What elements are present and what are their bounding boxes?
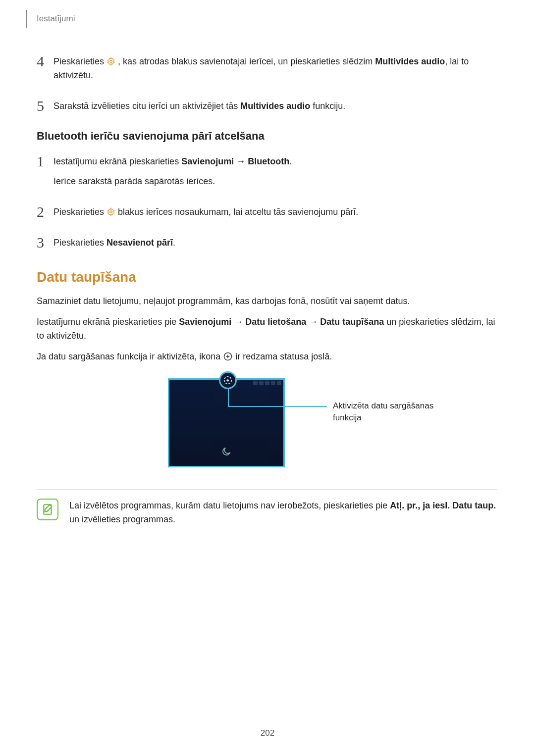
bold-text: Datu taupīšana	[320, 317, 384, 327]
screenshot	[168, 378, 285, 467]
data-saver-badge	[219, 371, 237, 389]
bold-text: Bluetooth	[248, 156, 289, 166]
moon-icon	[221, 446, 232, 459]
svg-point-1	[110, 211, 112, 213]
leader-line	[228, 406, 327, 407]
leader-line	[228, 388, 229, 406]
text: ir redzama statusa joslā.	[235, 352, 332, 361]
text: .	[173, 238, 175, 248]
step-2: 2 Pieskarieties blakus ierīces nosaukuma…	[37, 205, 497, 219]
text: Ja datu sargāšanas funkcija ir aktivizēt…	[37, 352, 223, 361]
text: Iestatījumu ekrānā pieskarieties	[54, 156, 181, 166]
svg-point-0	[110, 60, 112, 63]
figure: Aktivizēta datu sargāšanas funkcija	[37, 370, 497, 474]
data-saver-icon	[223, 352, 233, 361]
note-text: Lai izvēlētos programmas, kurām datu lie…	[58, 499, 497, 526]
step-3: 3 Pieskarieties Nesavienot pārī.	[37, 236, 497, 250]
callout-text: Aktivizēta datu sargāšanas funkcija	[333, 400, 462, 424]
text: Pieskarieties	[54, 56, 107, 66]
page: Iestatījumi 4 Pieskarieties , kas atroda…	[0, 0, 535, 756]
gear-icon	[107, 206, 115, 215]
bold-text: Savienojumi	[179, 317, 231, 327]
text: blakus ierīces nosaukumam, lai atceltu t…	[118, 207, 358, 217]
arrow-text: →	[234, 317, 245, 327]
bold-text: Multivides audio	[240, 101, 310, 111]
content-area: 4 Pieskarieties , kas atrodas blakus sav…	[37, 54, 497, 526]
text: Iestatījumu ekrānā pieskarieties pie	[37, 317, 179, 327]
step-body: Pieskarieties Nesavienot pārī.	[52, 236, 175, 250]
step-4: 4 Pieskarieties , kas atrodas blakus sav…	[37, 54, 497, 82]
paragraph: Ja datu sargāšanas funkcija ir aktivizēt…	[37, 350, 497, 363]
bold-text: Atļ. pr., ja iesl. Datu taup.	[390, 501, 496, 510]
header-section-title: Iestatījumi	[37, 14, 75, 24]
step-body: Sarakstā izvēlieties citu ierīci un akti…	[52, 99, 345, 113]
bold-text: Savienojumi	[181, 156, 234, 166]
step-number: 2	[37, 205, 52, 219]
step-body: Pieskarieties blakus ierīces nosaukumam,…	[52, 205, 358, 219]
heading-data-saver: Datu taupīšana	[37, 269, 497, 285]
step-body: Iestatījumu ekrānā pieskarieties Savieno…	[52, 154, 292, 188]
step-number: 5	[37, 99, 52, 113]
text: .	[289, 156, 292, 166]
note-icon	[37, 499, 58, 520]
text: un izvēlieties programmas.	[69, 514, 175, 524]
paragraph: Samaziniet datu lietojumu, neļaujot prog…	[37, 294, 497, 308]
step-number: 3	[37, 236, 52, 250]
text: Lai izvēlētos programmas, kurām datu lie…	[69, 501, 390, 510]
header-rule	[26, 10, 27, 28]
note-box: Lai izvēlētos programmas, kurām datu lie…	[37, 489, 497, 526]
status-bar-icons	[247, 381, 281, 386]
bold-text: Multivides audio	[375, 56, 445, 66]
step-number: 1	[37, 154, 52, 188]
step-body: Pieskarieties , kas atrodas blakus savie…	[52, 54, 497, 82]
text: Pieskarieties	[54, 207, 107, 217]
text: , kas atrodas blakus savienotajai ierīce…	[118, 56, 375, 66]
text: Sarakstā izvēlieties citu ierīci un akti…	[54, 101, 240, 111]
svg-point-3	[227, 355, 229, 357]
step-1: 1 Iestatījumu ekrānā pieskarieties Savie…	[37, 154, 497, 188]
bold-text: Nesavienot pārī	[107, 238, 173, 248]
gear-icon	[107, 56, 115, 65]
arrow-text: →	[236, 156, 248, 166]
page-number: 202	[261, 728, 274, 738]
arrow-text: →	[309, 317, 320, 327]
paragraph: Iestatījumu ekrānā pieskarieties pie Sav…	[37, 315, 497, 343]
text: Pieskarieties	[54, 238, 107, 248]
step-number: 4	[37, 54, 52, 82]
subheading: Bluetooth ierīču savienojuma pārī atcelš…	[37, 130, 497, 143]
step-5: 5 Sarakstā izvēlieties citu ierīci un ak…	[37, 99, 497, 113]
bold-text: Datu lietošana	[245, 317, 306, 327]
text: funkciju.	[313, 101, 345, 111]
step-subtext: Ierīce sarakstā parāda sapārotās ierīces…	[54, 174, 292, 188]
